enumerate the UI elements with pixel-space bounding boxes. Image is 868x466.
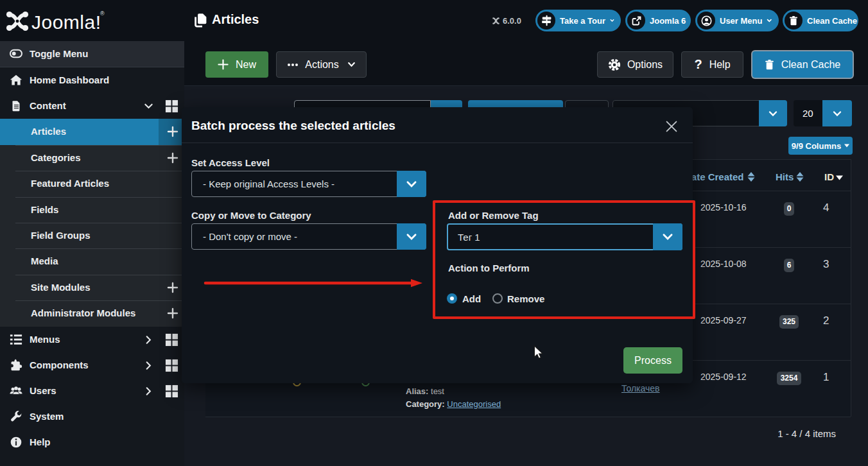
svg-text:®: ® [100, 10, 105, 17]
svg-text:Joomla!: Joomla! [31, 12, 101, 33]
